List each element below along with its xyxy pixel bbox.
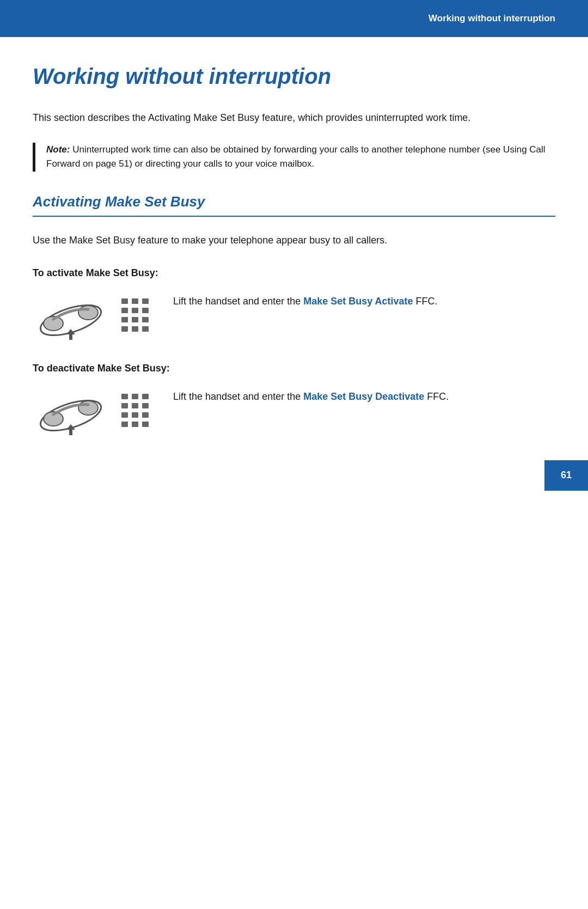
activate-text-after: FFC. [413,296,438,307]
note-body: Uninterrupted work time can also be obta… [46,144,546,169]
svg-rect-26 [132,403,138,408]
svg-point-19 [78,401,98,415]
svg-rect-12 [132,317,138,322]
handset-icon-2 [33,387,109,436]
svg-rect-31 [121,422,128,427]
svg-rect-4 [69,334,72,340]
deactivate-instruction-text: Lift the handset and enter the Make Set … [173,387,449,405]
svg-rect-9 [132,308,138,313]
svg-rect-21 [69,430,72,435]
svg-rect-23 [132,394,138,399]
deactivate-icons-group [33,387,151,436]
note-bar [33,143,35,172]
page-number: 61 [561,469,572,481]
section-desc: Use the Make Set Busy feature to make yo… [33,233,555,248]
svg-rect-13 [142,317,149,322]
svg-rect-6 [132,298,138,304]
note-block: Note: Uninterrupted work time can also b… [33,143,555,172]
svg-rect-25 [121,403,128,408]
main-content: Working without interruption This sectio… [0,37,588,491]
page-title: Working without interruption [33,64,555,89]
activate-icons-group [33,292,151,341]
deactivate-highlight: Make Set Busy Deactivate [303,391,424,402]
header-title: Working without interruption [428,13,555,24]
svg-rect-24 [142,394,149,399]
activate-text-before: Lift the handset and enter the [173,296,303,307]
svg-rect-30 [142,412,149,418]
activate-highlight: Make Set Busy Activate [303,296,413,307]
svg-rect-33 [142,422,149,427]
handset-icon [33,292,109,341]
note-text: Note: Uninterrupted work time can also b… [46,143,555,172]
activate-instruction-text: Lift the handset and enter the Make Set … [173,292,438,309]
svg-rect-10 [142,308,149,313]
svg-rect-29 [132,412,138,418]
deactivate-text-before: Lift the handset and enter the [173,391,303,402]
svg-rect-16 [142,326,149,332]
svg-rect-28 [121,412,128,418]
svg-rect-27 [142,403,149,408]
svg-rect-7 [142,298,149,304]
header-bar: Working without interruption [0,0,588,37]
activate-instruction-row: Lift the handset and enter the Make Set … [33,292,555,341]
svg-rect-22 [121,394,128,399]
svg-rect-15 [132,326,138,332]
svg-rect-11 [121,317,128,322]
svg-rect-14 [121,326,128,332]
svg-rect-5 [121,298,128,304]
svg-rect-8 [121,308,128,313]
svg-rect-32 [132,422,138,427]
note-label: Note: [46,144,70,155]
keypad-icon-2 [119,391,151,432]
intro-text: This section describes the Activating Ma… [33,111,555,125]
deactivate-instruction-row: Lift the handset and enter the Make Set … [33,387,555,436]
svg-point-2 [78,306,98,320]
section-heading: Activating Make Set Busy [33,193,555,217]
deactivate-heading: To deactivate Make Set Busy: [33,363,555,374]
page-footer: 61 [544,460,588,491]
keypad-icon [119,296,151,337]
activate-heading: To activate Make Set Busy: [33,267,555,279]
deactivate-text-after: FFC. [424,391,449,402]
